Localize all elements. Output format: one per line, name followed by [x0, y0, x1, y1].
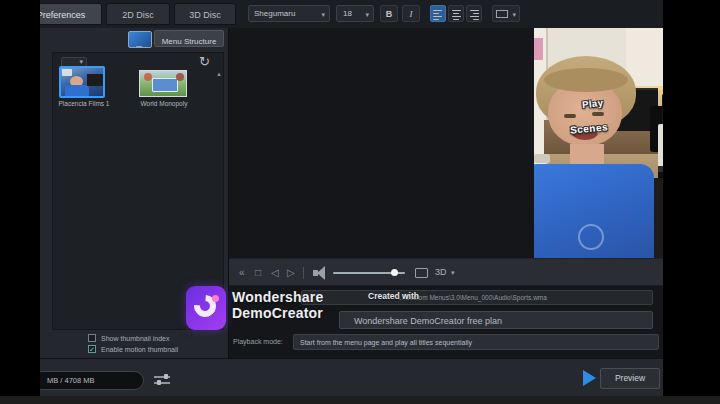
align-center-icon	[449, 6, 463, 24]
chevron-down-icon: ▾	[365, 7, 369, 22]
speaker-icon-cone	[317, 266, 325, 280]
boy-fringe	[544, 68, 628, 92]
dvd-menu-preview: Play Scenes	[534, 28, 663, 258]
thumb-badge	[62, 69, 72, 76]
tab-2d-disc[interactable]: 2D Disc	[106, 3, 170, 25]
template-thumb-placencia-label: Placencia Films 1	[53, 100, 115, 107]
top-tab-bar: Preferences 2D Disc 3D Disc Shegumaru ▾ …	[40, 0, 663, 29]
tab-preferences[interactable]: Preferences	[40, 3, 102, 25]
align-center-button[interactable]	[448, 5, 464, 22]
preview-button[interactable]: Preview	[600, 368, 660, 389]
skip-back-icon[interactable]: «	[239, 266, 245, 280]
font-family-value: Shegumaru	[254, 9, 295, 18]
chevron-down-icon: ▾	[512, 7, 516, 23]
menu-structure-button[interactable]: Menu Structure	[154, 30, 224, 47]
align-right-icon	[467, 6, 481, 24]
menu-button-play[interactable]: Play	[581, 97, 604, 110]
refresh-icon[interactable]: ↻	[199, 54, 210, 69]
threed-toggle[interactable]: 3D	[435, 267, 447, 277]
font-size-select[interactable]: 18 ▾	[336, 5, 374, 22]
watermark-plan-box: Wondershare DemoCreator free plan	[339, 311, 653, 329]
slider-knob	[157, 380, 161, 385]
italic-button[interactable]: I	[402, 5, 420, 22]
thumb-card	[152, 78, 178, 92]
watermark-brand-top: Wondershare	[232, 289, 323, 305]
watermark-brand-bottom: DemoCreator	[232, 305, 323, 321]
boy-eye-right	[592, 112, 604, 116]
tab-2d-disc-label: 2D Disc	[122, 10, 154, 20]
menu-music-field[interactable]: ...\Custom Menus\3.0\Menu_000\Audio\Spor…	[301, 290, 653, 305]
chevron-down-icon: ▾	[79, 58, 83, 66]
tab-preferences-label: Preferences	[40, 10, 85, 20]
app-window: Preferences 2D Disc 3D Disc Shegumaru ▾ …	[40, 0, 663, 396]
chevron-down-icon: ▾	[321, 7, 325, 22]
tab-3d-disc[interactable]: 3D Disc	[174, 3, 236, 25]
bold-button[interactable]: B	[380, 5, 398, 22]
door-paper	[534, 38, 543, 60]
playback-controls-bar: « □ ◁ ▷ 3D ▾	[229, 258, 663, 286]
thumb-figure	[144, 73, 152, 81]
disc-capacity-meter: MB / 4708 MB	[40, 371, 144, 390]
watermark-created-with: Created with	[368, 291, 419, 301]
playback-mode-value: Start from the menu page and play all ti…	[300, 339, 472, 346]
stove-control-panel	[662, 94, 663, 128]
thumb-appliance	[87, 74, 103, 86]
preview-play-icon[interactable]	[583, 370, 596, 386]
display-mode-icon[interactable]	[415, 268, 428, 278]
stove-cooktop	[658, 124, 663, 168]
show-thumbnail-index-label: Show thumbnail index	[101, 335, 170, 342]
font-size-value: 18	[343, 9, 352, 18]
boy-eye-left	[564, 114, 576, 118]
plate	[534, 154, 550, 163]
align-left-icon	[431, 6, 445, 24]
divider	[303, 267, 304, 279]
checkbox-checked-icon[interactable]: ✓	[88, 345, 96, 353]
step-forward-icon[interactable]: ▷	[287, 266, 295, 280]
bold-icon: B	[386, 9, 393, 19]
template-thumb-monopoly[interactable]	[139, 70, 187, 97]
template-thumb-placencia[interactable]	[59, 66, 105, 98]
slider-knob	[164, 374, 168, 379]
quality-settings-icon[interactable]	[154, 374, 172, 386]
tab-3d-disc-label: 3D Disc	[189, 10, 221, 20]
step-back-icon[interactable]: ◁	[271, 266, 279, 280]
logo-dot-icon	[212, 295, 219, 302]
volume-slider-thumb[interactable]	[391, 269, 398, 276]
stop-icon[interactable]: □	[255, 266, 261, 280]
enable-motion-thumbnail-label: Enable motion thumbnail	[101, 346, 178, 353]
align-left-button[interactable]	[430, 5, 446, 22]
shirt-badge	[578, 224, 604, 250]
playback-mode-field[interactable]: Start from the menu page and play all ti…	[293, 334, 659, 350]
tv-icon-stand	[136, 46, 142, 48]
democreator-logo	[186, 286, 226, 330]
screen: Preferences 2D Disc 3D Disc Shegumaru ▾ …	[0, 0, 720, 404]
template-thumb-monopoly-label: World Monopoly	[137, 100, 191, 107]
italic-icon: I	[410, 9, 413, 19]
font-family-select[interactable]: Shegumaru ▾	[248, 5, 330, 22]
watermark-free-plan-text: Wondershare DemoCreator free plan	[354, 316, 502, 326]
thumb-figure	[176, 73, 184, 81]
thumb-shirt	[65, 85, 89, 98]
bottom-strip	[0, 396, 720, 404]
bottom-bar: MB / 4708 MB Preview	[40, 358, 663, 396]
menu-structure-label: Menu Structure	[162, 37, 217, 46]
text-style-dropdown[interactable]: ▾	[492, 5, 520, 22]
playback-mode-label: Playback mode:	[233, 338, 283, 345]
swatch-icon	[496, 10, 508, 18]
align-right-button[interactable]	[466, 5, 482, 22]
checkbox-unchecked-icon[interactable]	[88, 334, 96, 342]
chevron-down-icon[interactable]: ▾	[451, 269, 455, 277]
scroll-up-icon[interactable]: ▲	[216, 71, 222, 77]
menu-music-path: ...\Custom Menus\3.0\Menu_000\Audio\Spor…	[398, 294, 547, 301]
